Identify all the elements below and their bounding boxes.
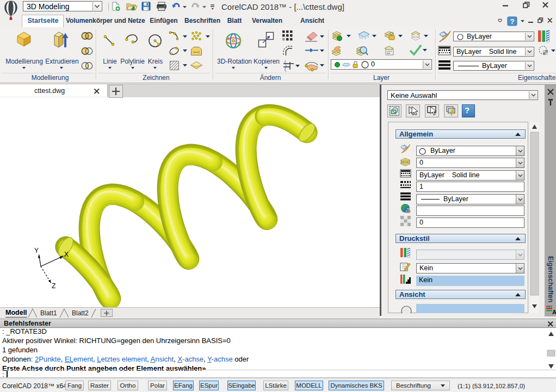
svg-text:Y: Y	[34, 247, 39, 254]
svg-text:X: X	[64, 251, 69, 258]
svg-text:Z: Z	[52, 282, 55, 290]
svg-text:?: ?	[510, 17, 515, 26]
svg-text:A: A	[552, 309, 556, 315]
